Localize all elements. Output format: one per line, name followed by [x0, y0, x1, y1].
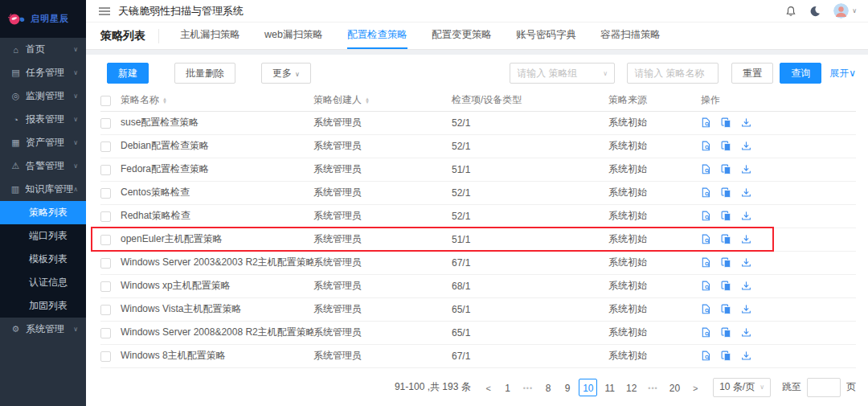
tab-account-password-dict[interactable]: 账号密码字典: [516, 23, 576, 49]
cell-name: openEuler主机配置策略: [121, 228, 313, 251]
cell-ops: [701, 228, 856, 251]
notification-bell-icon[interactable]: [785, 6, 796, 17]
page-button-12[interactable]: 12: [622, 379, 641, 396]
sidebar-item-task-management[interactable]: ▤任务管理∨: [0, 61, 86, 84]
preview-icon[interactable]: [701, 211, 711, 221]
jump-page-input[interactable]: [807, 378, 841, 397]
page-size-select[interactable]: 10 条/页∨: [713, 378, 771, 397]
tab-host-scan-policy[interactable]: 主机漏扫策略: [180, 23, 240, 49]
copy-icon[interactable]: [721, 187, 731, 198]
page-button-20[interactable]: 20: [665, 379, 684, 396]
download-icon[interactable]: [741, 281, 751, 291]
download-icon[interactable]: [741, 117, 751, 128]
preview-icon[interactable]: [701, 304, 711, 314]
row-checkbox[interactable]: [100, 328, 111, 338]
preview-icon[interactable]: [701, 117, 711, 128]
copy-icon[interactable]: [721, 164, 731, 174]
download-icon[interactable]: [741, 141, 751, 151]
page-button-1[interactable]: 1: [500, 379, 516, 396]
next-page-button[interactable]: >: [687, 379, 703, 396]
download-icon[interactable]: [741, 187, 751, 198]
column-label: 策略名称: [121, 94, 159, 105]
preview-icon[interactable]: [701, 234, 711, 244]
page-button-11[interactable]: 11: [600, 379, 618, 396]
dark-mode-moon-icon[interactable]: [809, 6, 821, 17]
row-checkbox[interactable]: [100, 188, 111, 199]
download-icon[interactable]: [741, 257, 751, 268]
cell-ops: [701, 344, 856, 367]
copy-icon[interactable]: [721, 327, 731, 338]
sidebar-subitem-auth-info[interactable]: 认证信息: [0, 271, 86, 294]
sidebar-subitem-port-list[interactable]: 端口列表: [0, 224, 86, 248]
page-button-9[interactable]: 9: [559, 379, 575, 396]
sidebar-item-alert-management[interactable]: ⚠告警管理∨: [0, 154, 86, 178]
row-checkbox[interactable]: [100, 281, 111, 292]
copy-icon[interactable]: [721, 304, 731, 314]
select-all-checkbox[interactable]: [100, 96, 111, 106]
menu-fold-icon[interactable]: [99, 6, 110, 16]
download-icon[interactable]: [741, 327, 751, 338]
sort-control[interactable]: ▲▼: [162, 97, 167, 104]
sidebar-item-knowledge-base-management[interactable]: ▥知识库管理∧: [0, 178, 86, 201]
download-icon[interactable]: [741, 304, 751, 314]
row-select-cell: [100, 321, 121, 344]
row-checkbox[interactable]: [100, 118, 111, 129]
copy-icon[interactable]: [721, 117, 731, 128]
preview-icon[interactable]: [701, 281, 711, 291]
sidebar-item-report-management[interactable]: ◔报表管理∨: [0, 108, 86, 131]
sidebar-subitem-hardening-list[interactable]: 加固列表: [0, 294, 86, 318]
cell-check_items: 65/1: [452, 321, 608, 344]
sidebar-item-system-management[interactable]: ⚙系统管理∨: [0, 318, 86, 341]
download-icon[interactable]: [741, 211, 751, 221]
row-checkbox[interactable]: [100, 235, 111, 245]
sidebar-subitem-template-list[interactable]: 模板列表: [0, 248, 86, 271]
preview-icon[interactable]: [701, 141, 711, 151]
row-checkbox[interactable]: [100, 351, 111, 362]
cell-creator: 系统管理员: [313, 228, 452, 251]
sidebar-item-asset-management[interactable]: ▦资产管理∨: [0, 131, 86, 154]
row-checkbox[interactable]: [100, 305, 111, 315]
copy-icon[interactable]: [721, 281, 731, 291]
tab-web-scan-policy[interactable]: web漏扫策略: [264, 23, 323, 49]
page-ellipsis[interactable]: •••: [644, 379, 661, 396]
page-button-8[interactable]: 8: [540, 379, 556, 396]
copy-icon[interactable]: [721, 141, 731, 151]
row-checkbox[interactable]: [100, 141, 111, 152]
sidebar-item-monitoring-management[interactable]: ◎监测管理∨: [0, 84, 86, 108]
new-button[interactable]: 新建: [107, 63, 149, 84]
tab-config-change-policy[interactable]: 配置变更策略: [432, 23, 492, 49]
copy-icon[interactable]: [721, 211, 731, 221]
user-menu[interactable]: ∨: [833, 3, 857, 18]
page-button-10[interactable]: 10: [579, 379, 597, 396]
batch-delete-button[interactable]: 批量删除: [174, 63, 235, 84]
expand-link[interactable]: 展开∨: [829, 67, 856, 80]
sidebar-subitem-policy-list[interactable]: 策略列表: [0, 201, 86, 224]
preview-icon[interactable]: [701, 164, 711, 174]
logo: 启明星辰: [0, 0, 86, 38]
download-icon[interactable]: [741, 164, 751, 174]
preview-icon[interactable]: [701, 351, 711, 361]
page-ellipsis[interactable]: •••: [519, 379, 537, 396]
sidebar-item-home[interactable]: ⌂首页∨: [0, 38, 86, 61]
row-checkbox[interactable]: [100, 165, 111, 175]
prev-page-button[interactable]: <: [481, 379, 497, 396]
copy-icon[interactable]: [721, 234, 731, 244]
preview-icon[interactable]: [701, 327, 711, 338]
policy-name-input[interactable]: [627, 63, 719, 84]
row-checkbox[interactable]: [100, 211, 111, 222]
cell-creator: 系统管理员: [313, 158, 452, 181]
more-button[interactable]: 更多∨: [261, 63, 311, 84]
row-checkbox[interactable]: [100, 258, 111, 269]
download-icon[interactable]: [741, 351, 751, 361]
query-button[interactable]: 查询: [780, 63, 821, 84]
copy-icon[interactable]: [721, 257, 731, 268]
download-icon[interactable]: [741, 234, 751, 244]
sort-control[interactable]: ▲▼: [365, 97, 370, 104]
copy-icon[interactable]: [721, 351, 731, 361]
preview-icon[interactable]: [701, 257, 711, 268]
preview-icon[interactable]: [701, 187, 711, 198]
policy-group-select[interactable]: 请输入 策略组 ∨: [510, 63, 615, 84]
tab-container-scan-policy[interactable]: 容器扫描策略: [600, 23, 661, 49]
reset-button[interactable]: 重置: [731, 63, 773, 84]
tab-config-check-policy[interactable]: 配置检查策略: [347, 23, 407, 49]
